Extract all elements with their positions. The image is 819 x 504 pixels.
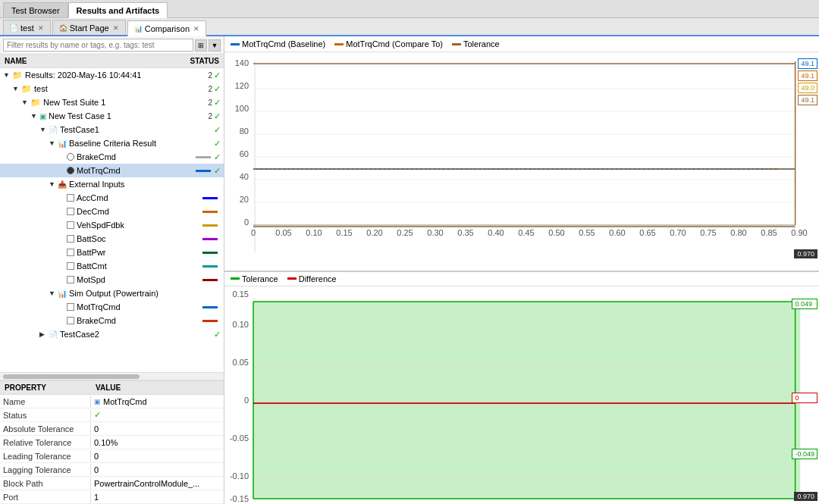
checkbox-icon[interactable] <box>67 235 74 243</box>
tree-item-label: TestCase2 <box>60 330 214 339</box>
svg-text:-0.15: -0.15 <box>230 494 249 503</box>
list-item[interactable]: BrakeCmd <box>0 314 224 327</box>
inputs-icon: 📥 <box>58 180 67 189</box>
list-item[interactable]: BrakeCmd ✓ <box>0 150 224 164</box>
expand-icon[interactable]: ▼ <box>3 71 12 79</box>
prop-value-port: 1 <box>91 491 102 503</box>
prop-row: Relative Tolerance 0.10% <box>0 436 224 449</box>
prop-name: Status <box>0 409 91 421</box>
list-item[interactable]: ▼ 📥 External Inputs <box>0 177 224 191</box>
list-item[interactable]: ▶ 📄 TestCase2 ✓ <box>0 327 224 341</box>
checkbox-icon[interactable] <box>67 303 74 311</box>
comparison-close[interactable]: ✕ <box>193 25 199 33</box>
list-item[interactable]: BattPwr <box>0 246 224 259</box>
comparison-icon: 📊 <box>134 25 143 33</box>
tree-item-label: TestCase1 <box>60 125 214 134</box>
chart-bottom-x-value: 0.970 <box>794 492 817 501</box>
status-check: ✓ <box>214 98 221 108</box>
prop-row: Absolute Tolerance 0 <box>0 422 224 436</box>
list-item[interactable]: BattSoc <box>0 232 224 246</box>
expand-icon[interactable]: ▼ <box>21 99 30 106</box>
status-check: ✓ <box>214 84 221 94</box>
expand-icon[interactable]: ▼ <box>39 126 49 133</box>
expand-icon[interactable]: ▼ <box>30 112 39 120</box>
checkbox-icon[interactable] <box>67 262 74 270</box>
prop-row: Name ▣ MotTrqCmd <box>0 395 224 409</box>
suite-folder-icon: 📁 <box>30 98 41 108</box>
svg-text:0.10: 0.10 <box>233 320 249 329</box>
tab-test-browser[interactable]: Test Browser <box>3 2 68 17</box>
status-check: ✓ <box>214 111 221 121</box>
prop-row: Lagging Tolerance 0 <box>0 463 224 477</box>
tree-item-label: test <box>34 84 208 93</box>
checkbox-icon[interactable] <box>67 208 74 215</box>
list-item[interactable]: BattCmt <box>0 259 224 273</box>
filter-options-icon[interactable]: ▼ <box>209 39 221 52</box>
svg-text:60: 60 <box>240 149 249 158</box>
svg-text:0.45: 0.45 <box>518 228 534 237</box>
svg-text:0.25: 0.25 <box>397 228 413 237</box>
checkbox-icon[interactable] <box>67 221 74 229</box>
filter-icon[interactable]: ⊞ <box>195 39 207 52</box>
status-check: ✓ <box>214 166 221 176</box>
tree-item-label: Sim Output (Powertrain) <box>69 289 221 298</box>
svg-text:0.60: 0.60 <box>609 228 625 237</box>
list-item[interactable]: MotTrqCmd ✓ <box>0 164 224 177</box>
radio-filled-icon[interactable] <box>67 167 74 174</box>
legend-label: MotTrqCmd (Compare To) <box>346 39 443 49</box>
tab-comparison[interactable]: 📊 Comparison ✕ <box>127 20 206 36</box>
search-input[interactable] <box>3 39 193 52</box>
status-num: 2 <box>208 99 212 107</box>
simout-icon: 📊 <box>58 290 67 298</box>
expand-icon[interactable]: ▼ <box>49 290 58 297</box>
test-case-item[interactable]: ▼ ▣ New Test Case 1 2 ✓ <box>0 109 224 123</box>
prop-name: Port <box>0 491 91 503</box>
checkbox-icon[interactable] <box>67 249 74 256</box>
start-page-close[interactable]: ✕ <box>113 24 119 32</box>
list-item[interactable]: ▼ 📁 Results: 2020-May-16 10:44:41 2 ✓ <box>0 68 224 82</box>
legend-item-diff: Difference <box>287 274 337 283</box>
tab-test[interactable]: 📄 test ✕ <box>3 20 51 35</box>
svg-text:0.40: 0.40 <box>488 228 504 237</box>
tree-item-label: MotTrqCmd <box>77 166 196 175</box>
list-item[interactable]: ▼ 📁 test 2 ✓ <box>0 82 224 95</box>
list-item[interactable]: MotSpd <box>0 273 224 286</box>
radio-icon[interactable] <box>67 153 74 161</box>
name-val-icon: ▣ <box>94 398 101 405</box>
list-item[interactable]: ▼ 📁 New Test Suite 1 2 ✓ <box>0 95 224 109</box>
test-tab-close[interactable]: ✕ <box>38 24 44 32</box>
list-item[interactable]: VehSpdFdbk <box>0 218 224 232</box>
list-item[interactable]: AccCmd <box>0 191 224 205</box>
expand-icon[interactable]: ▶ <box>39 330 49 338</box>
prop-name: Lagging Tolerance <box>0 464 91 476</box>
svg-text:0.15: 0.15 <box>233 290 249 299</box>
checkbox-icon[interactable] <box>67 194 74 202</box>
status-check: ✓ <box>214 139 221 149</box>
tab-start-page[interactable]: 🏠 Start Page ✕ <box>52 20 126 35</box>
svg-text:-0.05: -0.05 <box>230 434 249 443</box>
list-item[interactable]: ▼ 📄 TestCase1 ✓ <box>0 123 224 136</box>
list-item[interactable]: ▼ 📊 Baseline Criteria Result ✓ <box>0 136 224 150</box>
svg-text:0.05: 0.05 <box>275 228 291 237</box>
svg-text:40: 40 <box>240 172 249 181</box>
expand-icon[interactable]: ▼ <box>49 139 58 147</box>
svg-text:0.50: 0.50 <box>548 228 564 237</box>
svg-text:140: 140 <box>235 58 249 67</box>
prop-name: Block Path <box>0 477 91 490</box>
list-item[interactable]: ▼ 📊 Sim Output (Powertrain) <box>0 286 224 300</box>
folder-icon: 📁 <box>12 70 23 80</box>
tree-item-label: MotSpd <box>77 275 202 284</box>
tab-results-artifacts[interactable]: Results and Artifacts <box>68 2 168 18</box>
expand-icon[interactable]: ▼ <box>12 85 21 92</box>
svg-text:100: 100 <box>235 104 249 113</box>
checkbox-icon[interactable] <box>67 276 74 283</box>
tree-item-label: Results: 2020-May-16 10:44:41 <box>25 70 208 80</box>
list-item[interactable]: DecCmd <box>0 205 224 218</box>
expand-icon[interactable]: ▼ <box>49 180 58 188</box>
svg-rect-0 <box>224 52 819 271</box>
list-item[interactable]: MotTrqCmd <box>0 300 224 314</box>
checkbox-icon[interactable] <box>67 317 74 324</box>
tree-item-label: BrakeCmd <box>77 152 196 161</box>
svg-text:120: 120 <box>235 81 249 90</box>
prop-value-abs-tol: 0 <box>91 423 102 435</box>
